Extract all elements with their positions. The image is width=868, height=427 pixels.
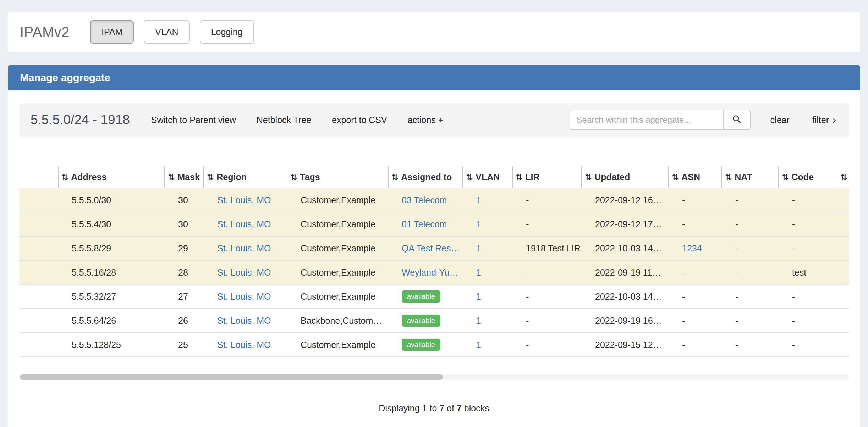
chevron-right-icon: ›: [833, 115, 836, 125]
vlan-link[interactable]: 1: [476, 292, 481, 301]
column-header-updated[interactable]: ⇅Updated: [582, 166, 669, 188]
cell-updated: 2022-09-19 11…: [582, 260, 669, 284]
sort-icon: ⇅: [840, 173, 847, 182]
cell-lir: -: [512, 188, 582, 212]
search-icon: [732, 115, 741, 125]
cell-assigned-to: 01 Telecom: [388, 212, 463, 236]
cell-nat: -: [722, 236, 779, 260]
cell-nat: -: [722, 212, 779, 236]
tab-logging[interactable]: Logging: [200, 20, 254, 44]
tab-ipam[interactable]: IPAM: [90, 20, 134, 44]
column-header-code[interactable]: ⇅Code: [779, 166, 837, 188]
netblock-table-container: ⇅Address ⇅Mask ⇅Region ⇅Tags ⇅Assigned t…: [19, 166, 849, 357]
search-button[interactable]: [723, 110, 751, 130]
column-header-asn[interactable]: ⇅ASN: [669, 166, 722, 188]
vlan-link[interactable]: 1: [476, 267, 481, 277]
region-link[interactable]: St. Louis, MO: [217, 243, 271, 253]
filter-button[interactable]: filter ›: [812, 115, 836, 125]
vlan-link[interactable]: 1: [476, 243, 481, 253]
vlan-link[interactable]: 1: [476, 316, 481, 326]
manage-aggregate-panel: Manage aggregate 5.5.5.0/24 - 1918 Switc…: [8, 65, 860, 427]
panel-title: Manage aggregate: [20, 72, 110, 84]
sort-icon: ⇅: [168, 173, 175, 182]
cell-tags: Customer,Example: [287, 260, 388, 284]
cell-tags: Customer,Example: [287, 236, 388, 260]
sort-icon: ⇅: [466, 173, 473, 182]
cell-mask: 26: [165, 309, 204, 333]
cell-tags: Customer,Example: [287, 188, 388, 212]
app-header: IPAMv2 IPAM VLAN Logging: [8, 12, 860, 52]
column-header-lir[interactable]: ⇅LIR: [512, 166, 582, 188]
aggregate-toolbar: 5.5.5.0/24 - 1918 Switch to Parent view …: [19, 103, 849, 137]
column-header-vlan[interactable]: ⇅VLAN: [463, 166, 512, 188]
cell-mask: 25: [165, 333, 204, 357]
cell-updated: 2022-10-03 14…: [582, 236, 669, 260]
assigned-to-link[interactable]: 03 Telecom: [402, 195, 447, 205]
cell-mask: 30: [165, 212, 204, 236]
cell-tags: Customer,Example: [287, 333, 388, 357]
sort-icon: ⇅: [782, 173, 789, 182]
netblock-tree-link[interactable]: Netblock Tree: [257, 115, 311, 125]
cell-region: St. Louis, MO: [204, 284, 287, 309]
cell-region: St. Louis, MO: [204, 260, 287, 284]
cell-assigned-to: Weyland-Yu…: [388, 260, 463, 284]
cell-code: -: [779, 309, 837, 333]
cell-region: St. Louis, MO: [204, 236, 287, 260]
assigned-to-link[interactable]: QA Test Res…: [402, 243, 460, 253]
assigned-to-link[interactable]: Weyland-Yu…: [402, 267, 458, 277]
app-title: IPAMv2: [20, 24, 70, 40]
switch-parent-view-link[interactable]: Switch to Parent view: [151, 115, 236, 125]
region-link[interactable]: St. Louis, MO: [217, 267, 271, 277]
cell-lir: -: [512, 309, 582, 333]
sort-icon: ⇅: [61, 173, 68, 182]
horizontal-scrollbar[interactable]: [19, 374, 849, 380]
cell-assigned-to: available: [388, 333, 463, 357]
region-link[interactable]: St. Louis, MO: [217, 340, 271, 350]
cell-assigned-to: 03 Telecom: [388, 188, 463, 212]
column-header-mask[interactable]: ⇅Mask: [165, 166, 204, 188]
panel-body: 5.5.5.0/24 - 1918 Switch to Parent view …: [8, 103, 860, 414]
sort-icon: ⇅: [516, 173, 522, 182]
cell-assigned-to: QA Test Res…: [388, 236, 463, 260]
export-csv-link[interactable]: export to CSV: [332, 115, 387, 125]
sort-icon: ⇅: [725, 173, 732, 182]
assigned-to-link[interactable]: 01 Telecom: [402, 219, 447, 229]
tab-vlan[interactable]: VLAN: [144, 20, 189, 44]
cell-code: -: [779, 188, 837, 212]
search-input[interactable]: [570, 110, 723, 130]
column-header-tags[interactable]: ⇅Tags: [287, 166, 388, 188]
cell-assigned-to: available: [388, 309, 463, 333]
cell-tags: Customer,Example: [287, 212, 388, 236]
available-badge: available: [402, 315, 440, 327]
clear-button[interactable]: clear: [770, 115, 790, 125]
cell-tags: Customer,Example: [287, 284, 388, 309]
horizontal-scrollbar-thumb[interactable]: [20, 374, 443, 380]
cell-lir: -: [512, 333, 582, 357]
cell-assigned-to: available: [388, 284, 463, 309]
region-link[interactable]: St. Louis, MO: [217, 195, 271, 205]
cell-code: -: [779, 236, 837, 260]
table-row: 5.5.5.32/27 27 St. Louis, MO Customer,Ex…: [19, 284, 849, 309]
vlan-link[interactable]: 1: [476, 340, 481, 350]
column-header-assigned-to[interactable]: ⇅Assigned to: [388, 166, 463, 188]
table-row: 5.5.5.0/30 30 St. Louis, MO Customer,Exa…: [19, 188, 849, 212]
region-link[interactable]: St. Louis, MO: [217, 219, 271, 229]
actions-menu[interactable]: actions +: [408, 115, 444, 125]
region-link[interactable]: St. Louis, MO: [217, 316, 271, 326]
cell-lir: -: [512, 260, 582, 284]
cell-address: 5.5.5.32/27: [58, 284, 165, 309]
column-header-cutoff[interactable]: ⇅: [837, 166, 849, 188]
panel-header: Manage aggregate: [8, 65, 860, 90]
cell-mask: 28: [165, 260, 204, 284]
vlan-link[interactable]: 1: [476, 195, 481, 205]
column-header-nat[interactable]: ⇅NAT: [722, 166, 779, 188]
vlan-link[interactable]: 1: [476, 219, 481, 229]
cell-lir: -: [512, 212, 582, 236]
asn-link[interactable]: 1234: [682, 243, 702, 253]
cell-vlan: 1: [463, 236, 512, 260]
region-link[interactable]: St. Louis, MO: [217, 292, 271, 301]
column-header-region[interactable]: ⇅Region: [204, 166, 287, 188]
cell-asn: -: [669, 333, 722, 357]
cell-nat: -: [722, 188, 779, 212]
column-header-address[interactable]: ⇅Address: [58, 166, 165, 188]
